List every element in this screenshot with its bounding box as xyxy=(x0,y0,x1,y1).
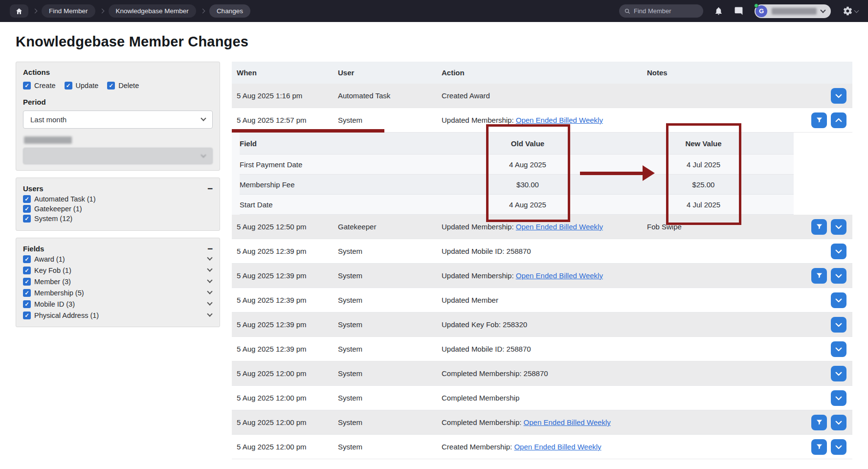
checkbox[interactable]: ✓ xyxy=(23,82,31,89)
filter-button[interactable] xyxy=(811,415,827,430)
chevron-down-icon xyxy=(200,115,206,121)
chevron-down-icon[interactable] xyxy=(207,311,212,316)
expand-button[interactable] xyxy=(831,244,846,259)
collapse-icon[interactable]: − xyxy=(207,184,213,193)
period-select[interactable]: Last month xyxy=(23,111,213,129)
row-when: 5 Aug 2025 12:00 pm xyxy=(237,443,338,451)
filter-button[interactable] xyxy=(811,112,827,128)
checkbox-label: Physical Address (1) xyxy=(34,312,99,319)
chevron-down-icon[interactable] xyxy=(207,277,212,283)
checkbox[interactable]: ✓ xyxy=(23,289,31,297)
user-menu[interactable]: G xyxy=(755,4,831,18)
checkbox[interactable]: ✓ xyxy=(23,255,31,263)
membership-link[interactable]: Open Ended Billed Weekly xyxy=(514,443,601,451)
action-checkbox-update[interactable]: ✓ Update xyxy=(65,82,99,89)
row-user: System xyxy=(338,443,442,451)
user-checkbox[interactable]: ✓ System (12) xyxy=(23,215,213,223)
actions-panel: Actions ✓ Create ✓ Update ✓ Delete Perio… xyxy=(16,62,220,171)
table-row: 5 Aug 2025 12:00 pm System Completed Mem… xyxy=(232,361,852,386)
funnel-icon xyxy=(816,116,823,124)
membership-link[interactable]: Open Ended Billed Weekly xyxy=(516,271,603,280)
checkbox[interactable]: ✓ xyxy=(23,195,31,203)
chat-icon[interactable] xyxy=(734,6,743,16)
redacted-select[interactable] xyxy=(23,148,213,164)
chevron-down-icon xyxy=(834,247,843,256)
breadcrumb-find-member[interactable]: Find Member xyxy=(42,4,95,18)
chevron-down-icon xyxy=(834,320,843,329)
field-checkbox[interactable]: ✓ Mobile ID (3) xyxy=(23,300,208,308)
filter-button[interactable] xyxy=(811,268,827,284)
detail-old-value: 4 Aug 2025 xyxy=(442,160,613,169)
settings-button[interactable] xyxy=(843,6,858,16)
expand-button[interactable] xyxy=(831,390,846,406)
breadcrumb-knowledgebase-member[interactable]: Knowledgebase Member xyxy=(109,4,196,18)
topbar: Find Member Knowledgebase Member Changes… xyxy=(0,0,868,22)
search-input[interactable] xyxy=(634,7,698,15)
field-checkbox[interactable]: ✓ Award (1) xyxy=(23,255,208,263)
notifications-bell-icon[interactable] xyxy=(714,6,723,16)
row-user: System xyxy=(338,320,442,329)
row-buttons xyxy=(795,341,852,357)
user-checkbox[interactable]: ✓ Automated Task (1) xyxy=(23,195,213,203)
collapse-icon[interactable]: − xyxy=(207,244,213,253)
membership-link[interactable]: Open Ended Billed Weekly xyxy=(516,223,603,231)
row-action: Created Membership: Open Ended Billed We… xyxy=(442,443,633,451)
expand-button[interactable] xyxy=(831,219,846,235)
row-action: Updated Key Fob: 258320 xyxy=(442,320,633,329)
row-user: System xyxy=(338,116,442,124)
chevron-down-icon[interactable] xyxy=(207,266,212,271)
row-user: System xyxy=(338,369,442,378)
row-user: System xyxy=(338,247,442,255)
filter-button[interactable] xyxy=(811,219,827,235)
field-row: ✓ Member (3) xyxy=(23,276,213,287)
checkbox-label: Mobile ID (3) xyxy=(34,300,75,308)
row-buttons xyxy=(795,415,852,430)
field-checkbox[interactable]: ✓ Membership (5) xyxy=(23,289,208,297)
expand-button[interactable] xyxy=(831,415,846,430)
collapse-button[interactable] xyxy=(831,112,846,128)
actions-checkbox-group: ✓ Create ✓ Update ✓ Delete xyxy=(23,80,213,91)
header-user: User xyxy=(338,68,442,77)
home-button[interactable] xyxy=(10,4,28,18)
field-checkbox[interactable]: ✓ Physical Address (1) xyxy=(23,312,208,319)
membership-link[interactable]: Open Ended Billed Weekly xyxy=(516,116,603,124)
expand-button[interactable] xyxy=(831,317,846,333)
funnel-icon xyxy=(816,223,823,230)
expand-button[interactable] xyxy=(831,88,846,104)
checkbox[interactable]: ✓ xyxy=(23,300,31,308)
row-user: System xyxy=(338,394,442,402)
search-box[interactable] xyxy=(619,4,703,18)
period-select-value: Last month xyxy=(30,115,67,124)
chevron-down-icon[interactable] xyxy=(207,255,212,260)
fields-checkbox-list: ✓ Award (1) ✓ Key Fob (1) ✓ Member (3) ✓… xyxy=(23,253,213,321)
checkbox[interactable]: ✓ xyxy=(65,82,72,89)
checkbox[interactable]: ✓ xyxy=(23,312,31,319)
checkbox[interactable]: ✓ xyxy=(23,278,31,286)
expand-button[interactable] xyxy=(831,366,846,381)
expand-button[interactable] xyxy=(831,268,846,284)
breadcrumb-separator xyxy=(33,9,38,14)
action-checkbox-delete[interactable]: ✓ Delete xyxy=(107,82,139,89)
checkbox-label: Create xyxy=(34,82,56,89)
field-checkbox[interactable]: ✓ Key Fob (1) xyxy=(23,267,208,274)
fields-panel: Fields − ✓ Award (1) ✓ Key Fob (1) ✓ Mem… xyxy=(16,238,220,327)
membership-link[interactable]: Open Ended Billed Weekly xyxy=(524,418,611,426)
expand-button[interactable] xyxy=(831,439,846,455)
expand-button[interactable] xyxy=(831,292,846,308)
checkbox[interactable]: ✓ xyxy=(23,205,31,213)
row-action: Completed Membership: 258870 xyxy=(442,369,633,378)
row-buttons xyxy=(795,268,852,284)
chevron-down-icon[interactable] xyxy=(207,300,212,305)
changes-table: When User Action Notes 5 Aug 2025 1:16 p… xyxy=(232,62,852,459)
filter-button[interactable] xyxy=(811,439,827,455)
redacted-label xyxy=(24,136,72,144)
checkbox[interactable]: ✓ xyxy=(107,82,115,89)
user-checkbox[interactable]: ✓ Gatekeeper (1) xyxy=(23,205,213,213)
chevron-down-icon[interactable] xyxy=(207,289,212,294)
checkbox[interactable]: ✓ xyxy=(23,215,31,223)
checkbox[interactable]: ✓ xyxy=(23,267,31,274)
breadcrumb-changes[interactable]: Changes xyxy=(209,4,250,18)
field-checkbox[interactable]: ✓ Member (3) xyxy=(23,278,208,286)
action-checkbox-create[interactable]: ✓ Create xyxy=(23,82,56,89)
expand-button[interactable] xyxy=(831,341,846,357)
